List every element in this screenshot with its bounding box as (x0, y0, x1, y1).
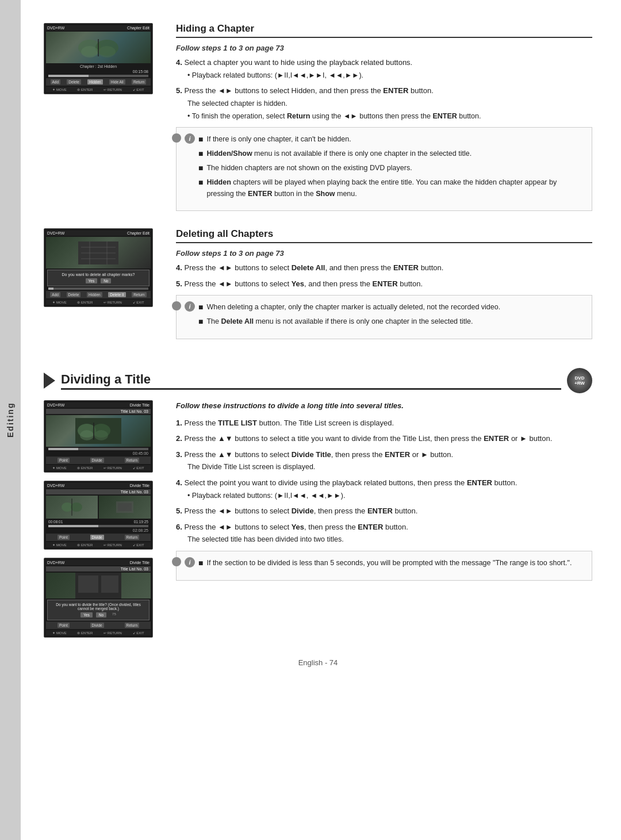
scr-progress2 (48, 287, 148, 290)
scr-right-thumb (99, 496, 151, 519)
divide-screenshot3: DVD+RW Divide Title Title List No. 03 (44, 558, 153, 638)
scr-return-btn4: Return (125, 535, 140, 540)
scr-button-row2: Add Delete Hidden Delete II Return (46, 291, 151, 298)
hiding-notes-box: i ■ If there is only one chapter, it can… (176, 127, 592, 211)
dividing-heading: Dividing a Title (61, 372, 561, 390)
svg-point-18 (71, 503, 82, 512)
scr-deleteii-btn: Delete II (108, 292, 125, 297)
scr-header3: DVD+RW Divide Title (46, 402, 151, 408)
svg-rect-21 (118, 503, 132, 511)
divide-screenshot2: DVD+RW Divide Title Title List No. 03 (44, 481, 153, 550)
hiding-note4: ■ Hidden chapters will be played when pl… (198, 177, 584, 200)
deleting-note2: ■ The Delete All menu is not available i… (198, 316, 584, 328)
hiding-follow-steps: Follow steps 1 to 3 on page 73 (176, 44, 592, 52)
scr-chapter-edit-label2: Chapter Edit (127, 231, 150, 235)
dividing-heading-row: Dividing a Title DVD+RW (44, 368, 592, 393)
scr-point-btn: Point (57, 458, 70, 463)
scr-chapter-edit-label: Chapter Edit (127, 26, 150, 30)
note-icon2: i (185, 301, 195, 312)
scr-time: 00:15:08 (46, 70, 151, 74)
deleting-follow-steps: Follow steps 1 to 3 on page 73 (176, 249, 592, 258)
scr-divide-btn: Divide (90, 458, 104, 463)
hiding-note2: ■ Hidden/Show menu is not available if t… (198, 148, 584, 160)
dividing-step2: 2. Press the ▲▼ buttons to select a titl… (176, 433, 592, 444)
scr-header: DVD+RW Chapter Edit (46, 231, 151, 236)
scr-button-row5: Point Divide Return (46, 622, 151, 629)
scr-divide-dialog-btns: Yes No 75 (50, 612, 147, 617)
deleting-step5: 5. Press the ◄► buttons to select Yes, a… (176, 278, 592, 290)
scr-button-row4: Point Divide Return (46, 534, 151, 541)
scr-thumbnail (46, 32, 151, 63)
scr-footer: ✦ MOVE ⊛ ENTER ↩ RETURN ↙ EXIT (46, 87, 151, 92)
hiding-screenshots: DVD+RW Chapter Edit Chapter : 2 (44, 23, 159, 217)
scr-delete-btn: Delete (67, 79, 81, 85)
scr-hidden-btn: Hidden (87, 79, 103, 85)
dividing-screenshots-col: DVD+RW Divide Title Title List No. 03 (44, 400, 159, 641)
hiding-notes-content: ■ If there is only one chapter, it can't… (198, 133, 584, 202)
dividing-follow-instructions: Follow these instructions to divide a lo… (176, 400, 592, 412)
hiding-text-col: Hiding a Chapter Follow steps 1 to 3 on … (176, 23, 592, 217)
hiding-step5-sub: The selected chapter is hidden. (187, 98, 592, 109)
scr-progress4 (48, 525, 148, 527)
dividing-content: DVD+RW Divide Title Title List No. 03 (44, 400, 592, 641)
scr-return-btn3: Return (125, 458, 140, 463)
dividing-title-section: Dividing a Title DVD+RW DVD+RW Divide Ti… (44, 368, 592, 641)
deleting-screenshot: DVD+RW Chapter Edit (44, 228, 153, 307)
deleting-note-row: i ■ When deleting a chapter, only the ch… (185, 301, 584, 330)
deleting-note1: ■ When deleting a chapter, only the chap… (198, 301, 584, 313)
scr-point-btn2: Point (57, 535, 70, 540)
scr-title-bar3: Title List No. 03 (46, 566, 151, 571)
hiding-note-row: i ■ If there is only one chapter, it can… (185, 133, 584, 202)
scr-divide-thumb3 (46, 573, 151, 599)
deleting-notes-box: i ■ When deleting a chapter, only the ch… (176, 295, 592, 339)
scr-dvd-label: DVD+RW (47, 26, 64, 30)
deleting-chapters-section: DVD+RW Chapter Edit (44, 228, 592, 345)
scr-header4: DVD+RW Divide Title (46, 483, 151, 488)
hiding-note3: ■ The hidden chapters are not shown on t… (198, 162, 584, 174)
scr-hideall-btn: Hide All (109, 79, 125, 85)
svg-point-2 (81, 46, 98, 57)
scr-no-btn: No (101, 278, 111, 283)
page-footer: English - 74 (44, 658, 592, 667)
scr-return-btn: Return (132, 79, 147, 85)
divide-screenshot1: DVD+RW Divide Title Title List No. 03 (44, 400, 153, 473)
scr-yes-btn: Yes (86, 278, 98, 283)
scr-yes-btn3: Yes (80, 612, 93, 617)
svg-rect-23 (78, 576, 98, 593)
scr-progress3 (48, 448, 148, 450)
dividing-note1: ■ If the section to be divided is less t… (198, 557, 584, 569)
scr-title-bar2: Title List No. 03 (46, 489, 151, 494)
dividing-step3: 3. Press the ▲▼ buttons to select Divide… (176, 449, 592, 473)
deleting-heading: Deleting all Chapters (176, 228, 592, 243)
dividing-triangle-icon (44, 373, 55, 389)
hiding-step4: 4. Select a chapter you want to hide usi… (176, 57, 592, 80)
scr-button-row3: Point Divide Return (46, 457, 151, 464)
scr-two-images (46, 496, 151, 519)
dividing-step6-sub: The selected title has been divided into… (187, 534, 592, 545)
svg-point-14 (80, 430, 94, 440)
dividing-step5: 5. Press the ◄► buttons to select Divide… (176, 505, 592, 517)
hiding-step4-sub: • Playback related buttons: (►II,I◄◄,►►I… (187, 70, 592, 81)
deleting-text-col: Deleting all Chapters Follow steps 1 to … (176, 228, 592, 345)
dvd-badge: DVD+RW (567, 368, 592, 393)
scr-footer2: ✦ MOVE ⊛ ENTER ↩ RETURN ↙ EXIT (46, 300, 151, 305)
scr-time1: 00:08:01 (48, 520, 63, 524)
scr-add-btn2: Add (50, 292, 60, 297)
scr-return-btn2: Return (132, 292, 147, 297)
scr-left-thumb (46, 496, 98, 519)
hiding-screenshot: DVD+RW Chapter Edit Chapter : 2 (44, 23, 153, 94)
scr-divide-dialog: Do you want to divide the title? (Once d… (47, 600, 150, 620)
scr-point-btn3: Point (57, 623, 70, 628)
scr-header5: DVD+RW Divide Title (46, 560, 151, 565)
scr-divide-btn2: Divide (90, 535, 104, 540)
dividing-step3-sub: The Divide Title List screen is displaye… (187, 462, 592, 473)
scr-divide-thumb1 (46, 415, 151, 447)
scr-progress-bar (48, 75, 148, 77)
dividing-step4: 4. Select the point you want to divide u… (176, 477, 592, 501)
scr-delete-thumbnail (46, 237, 151, 269)
scr-delete-dialog: Do you want to delete all chapter marks?… (47, 270, 150, 286)
scr-no-btn3: No (96, 612, 106, 617)
side-tab: Editing (0, 0, 21, 840)
svg-rect-24 (101, 576, 118, 593)
deleting-step4: 4. Press the ◄► buttons to select Delete… (176, 262, 592, 274)
